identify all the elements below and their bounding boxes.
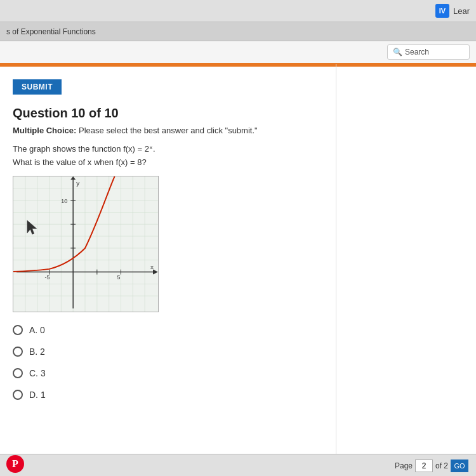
question-type: Multiple Choice: Please select the best … <box>13 126 463 135</box>
question-number: Question 10 of 10 <box>13 106 463 121</box>
svg-rect-0 <box>13 176 158 312</box>
choice-item-d[interactable]: D. 1 <box>13 390 463 400</box>
search-box[interactable]: 🔍 Search <box>387 44 470 60</box>
svg-text:5: 5 <box>117 274 121 281</box>
question-type-label: Multiple Choice: <box>13 126 76 135</box>
svg-text:-5: -5 <box>45 274 50 281</box>
search-icon: 🔍 <box>393 48 402 56</box>
browser-logo: IV <box>435 4 449 18</box>
svg-text:y: y <box>76 180 79 187</box>
total-pages: of 2 <box>435 461 448 470</box>
svg-text:10: 10 <box>61 198 67 204</box>
question-type-instruction: Please select the best answer and click … <box>79 126 258 135</box>
bottom-bar: Page of 2 GO <box>0 454 476 476</box>
choice-item-a[interactable]: A. 0 <box>13 325 463 335</box>
go-button[interactable]: GO <box>451 459 468 472</box>
tab-title: s of Exponential Functions <box>6 27 96 36</box>
toolbar: 🔍 Search <box>0 41 476 64</box>
browser-bar: IV Lear <box>0 0 476 22</box>
choice-item-b[interactable]: B. 2 <box>13 347 463 357</box>
graph-container: x y 10 -5 5 <box>13 176 159 312</box>
choice-label-d: D. 1 <box>29 390 46 400</box>
submit-button[interactable]: SUBMIT <box>13 79 62 95</box>
orange-accent-line <box>0 64 476 67</box>
radio-d[interactable] <box>13 390 23 400</box>
radio-c[interactable] <box>13 368 23 378</box>
page-input[interactable] <box>415 459 433 472</box>
radio-a[interactable] <box>13 325 23 335</box>
graph-svg: x y 10 -5 5 <box>13 176 158 312</box>
choice-label-a: A. 0 <box>29 325 45 335</box>
question-text-line1: The graph shows the function f(x) = 2ˣ. <box>13 144 463 154</box>
search-text: Search <box>405 48 429 56</box>
choices-list: A. 0 B. 2 C. 3 D. 1 <box>13 325 463 400</box>
learn-text: Lear <box>453 6 470 16</box>
tab-bar: s of Exponential Functions <box>0 22 476 41</box>
pinterest-logo[interactable]: P <box>6 455 24 473</box>
page-label: Page <box>395 461 413 470</box>
question-text-line2: What is the value of x when f(x) = 8? <box>13 157 463 167</box>
radio-b[interactable] <box>13 347 23 357</box>
svg-text:x: x <box>150 263 154 270</box>
choice-item-c[interactable]: C. 3 <box>13 368 463 378</box>
choice-label-b: B. 2 <box>29 347 45 357</box>
choice-label-c: C. 3 <box>29 368 46 378</box>
main-content: SUBMIT Question 10 of 10 Multiple Choice… <box>0 64 476 476</box>
pagination: Page of 2 GO <box>395 459 468 472</box>
vertical-divider <box>336 64 336 476</box>
content-inner: SUBMIT Question 10 of 10 Multiple Choice… <box>13 74 463 400</box>
